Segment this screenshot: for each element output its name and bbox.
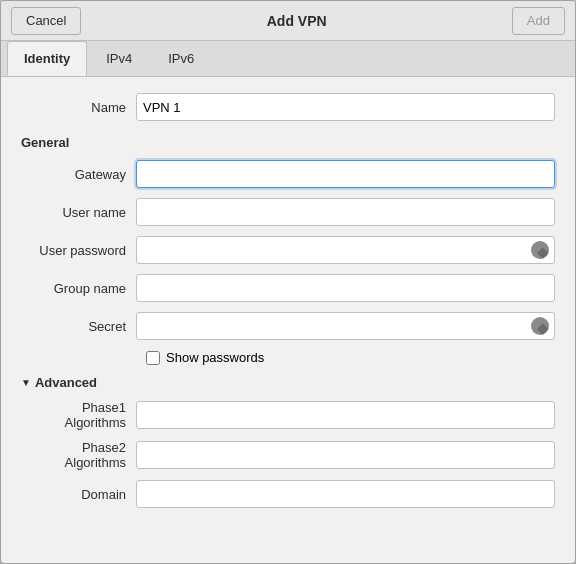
tab-ipv6[interactable]: IPv6 <box>151 41 211 76</box>
tab-content: Name General Gateway User name User pass… <box>1 77 575 563</box>
phase1-label: Phase1 Algorithms <box>21 400 136 430</box>
phase2-label: Phase2 Algorithms <box>21 440 136 470</box>
domain-label: Domain <box>21 487 136 502</box>
advanced-header-label: Advanced <box>35 375 97 390</box>
group-name-row: Group name <box>21 274 555 302</box>
advanced-triangle-icon: ▼ <box>21 377 31 388</box>
phase2-row: Phase2 Algorithms <box>21 440 555 470</box>
general-header-row: General <box>21 135 555 150</box>
general-header: General <box>21 135 69 150</box>
svg-rect-0 <box>531 241 541 251</box>
svg-rect-1 <box>531 317 541 327</box>
user-password-field-container <box>136 236 555 264</box>
tab-ipv4[interactable]: IPv4 <box>89 41 149 76</box>
secret-row: Secret <box>21 312 555 340</box>
tab-identity[interactable]: Identity <box>7 41 87 76</box>
secret-label: Secret <box>21 319 136 334</box>
advanced-header[interactable]: ▼ Advanced <box>21 375 555 390</box>
dialog-title: Add VPN <box>81 13 511 29</box>
group-name-label: Group name <box>21 281 136 296</box>
group-name-input[interactable] <box>136 274 555 302</box>
user-password-row: User password <box>21 236 555 264</box>
secret-input[interactable] <box>136 312 555 340</box>
add-button[interactable]: Add <box>512 7 565 35</box>
cancel-button[interactable]: Cancel <box>11 7 81 35</box>
username-input[interactable] <box>136 198 555 226</box>
gateway-input[interactable] <box>136 160 555 188</box>
name-input[interactable] <box>136 93 555 121</box>
secret-field-container <box>136 312 555 340</box>
username-label: User name <box>21 205 136 220</box>
phase1-row: Phase1 Algorithms <box>21 400 555 430</box>
user-password-input[interactable] <box>136 236 555 264</box>
gateway-row: Gateway <box>21 160 555 188</box>
user-password-label: User password <box>21 243 136 258</box>
titlebar: Cancel Add VPN Add <box>1 1 575 41</box>
name-label: Name <box>21 100 136 115</box>
phase1-input[interactable] <box>136 401 555 429</box>
show-passwords-label[interactable]: Show passwords <box>166 350 264 365</box>
domain-input[interactable] <box>136 480 555 508</box>
name-row: Name <box>21 93 555 121</box>
gateway-label: Gateway <box>21 167 136 182</box>
advanced-section: ▼ Advanced Phase1 Algorithms Phase2 Algo… <box>21 375 555 508</box>
general-section: General Gateway User name User password <box>21 135 555 365</box>
show-passwords-checkbox[interactable] <box>146 351 160 365</box>
show-passwords-row: Show passwords <box>146 350 555 365</box>
domain-row: Domain <box>21 480 555 508</box>
username-row: User name <box>21 198 555 226</box>
tab-bar: Identity IPv4 IPv6 <box>1 41 575 77</box>
phase2-input[interactable] <box>136 441 555 469</box>
add-vpn-dialog: Cancel Add VPN Add Identity IPv4 IPv6 Na… <box>0 0 576 564</box>
